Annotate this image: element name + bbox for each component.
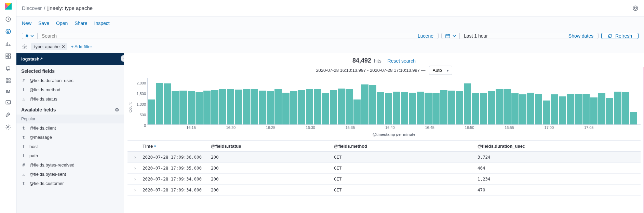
histogram-bar[interactable] bbox=[282, 93, 290, 124]
histogram-bar[interactable] bbox=[440, 90, 447, 124]
histogram-bar[interactable] bbox=[203, 91, 211, 124]
index-pattern-selector[interactable]: logstash-* ‹ bbox=[16, 53, 124, 65]
field-item[interactable]: #@fields.bytes-received bbox=[16, 160, 124, 170]
field-item[interactable]: t@fields.customer bbox=[16, 179, 124, 188]
discover-icon[interactable] bbox=[5, 28, 12, 35]
field-item[interactable]: t@fields.method bbox=[16, 85, 124, 94]
histogram-bar[interactable] bbox=[401, 92, 408, 124]
kibana-logo[interactable] bbox=[4, 2, 12, 10]
histogram-bar[interactable] bbox=[298, 90, 305, 124]
field-item[interactable]: #@fields.duration_usec bbox=[16, 76, 124, 85]
histogram-bar[interactable] bbox=[535, 94, 542, 124]
table-row[interactable]: ›2020-07-28 17:09:34.000200GET1,234 bbox=[128, 174, 641, 185]
query-language-button[interactable]: Lucene bbox=[413, 33, 438, 39]
histogram-bar[interactable] bbox=[472, 93, 479, 124]
stack-icon[interactable] bbox=[5, 111, 12, 118]
col-method[interactable]: @fields.method bbox=[331, 144, 475, 149]
histogram-bar[interactable] bbox=[393, 92, 400, 124]
expand-row-icon[interactable]: › bbox=[134, 155, 136, 160]
close-icon[interactable]: ✕ bbox=[62, 44, 65, 49]
table-row[interactable]: ›2020-07-28 17:09:35.000200GET464 bbox=[128, 163, 641, 174]
histogram-bar[interactable] bbox=[235, 90, 242, 124]
inspect-link[interactable]: Inspect bbox=[94, 21, 110, 26]
histogram-bar[interactable] bbox=[456, 91, 463, 124]
histogram-bar[interactable] bbox=[551, 94, 558, 124]
histogram-bar[interactable] bbox=[614, 92, 621, 124]
histogram-bar[interactable] bbox=[480, 93, 487, 124]
histogram-bar[interactable] bbox=[590, 97, 598, 124]
gear-icon[interactable]: ⚙ bbox=[115, 107, 119, 112]
field-item[interactable]: tpath bbox=[16, 151, 124, 160]
expand-row-icon[interactable]: › bbox=[134, 187, 136, 192]
breadcrumb-root[interactable]: Discover bbox=[22, 5, 42, 11]
histogram-bar[interactable] bbox=[511, 93, 519, 124]
histogram-bar[interactable] bbox=[504, 89, 511, 124]
field-item[interactable]: t@fields.client bbox=[16, 123, 124, 133]
histogram-bar[interactable] bbox=[385, 93, 392, 124]
save-link[interactable]: Save bbox=[38, 21, 49, 26]
histogram-bar[interactable] bbox=[488, 91, 495, 124]
dashboard-icon[interactable] bbox=[5, 53, 12, 59]
col-time[interactable]: Time▾ bbox=[140, 144, 208, 149]
histogram-bar[interactable] bbox=[188, 91, 195, 124]
maps-icon[interactable] bbox=[5, 77, 12, 84]
field-item[interactable]: t@message bbox=[16, 133, 124, 142]
histogram-bar[interactable] bbox=[172, 91, 179, 124]
table-row[interactable]: ›2020-07-28 17:09:34.000200GET470 bbox=[128, 185, 641, 196]
histogram-bar[interactable] bbox=[306, 89, 313, 124]
histogram-bar[interactable] bbox=[259, 91, 266, 124]
histogram-bar[interactable] bbox=[361, 84, 368, 124]
refresh-button[interactable]: Refresh bbox=[601, 33, 639, 39]
histogram-bar[interactable] bbox=[377, 92, 384, 124]
histogram-chart[interactable]: Count 2,0001,5001,0005000 16:1516:2016:2… bbox=[128, 78, 641, 136]
histogram-bar[interactable] bbox=[353, 99, 361, 124]
show-dates-button[interactable]: Show dates bbox=[564, 33, 598, 39]
expand-row-icon[interactable]: › bbox=[134, 165, 136, 171]
histogram-bar[interactable] bbox=[330, 90, 337, 124]
newsfeed-icon[interactable] bbox=[632, 5, 639, 11]
histogram-bar[interactable] bbox=[448, 91, 455, 124]
add-filter-button[interactable]: + Add filter bbox=[71, 44, 92, 49]
open-link[interactable]: Open bbox=[56, 21, 68, 26]
query-language-prefix[interactable]: # bbox=[22, 33, 38, 39]
histogram-bar[interactable] bbox=[322, 93, 329, 124]
histogram-bar[interactable] bbox=[243, 89, 250, 124]
search-input[interactable] bbox=[38, 33, 413, 39]
date-range-text[interactable]: Last 1 hour bbox=[460, 33, 564, 39]
management-icon[interactable] bbox=[5, 124, 12, 131]
histogram-bar[interactable] bbox=[251, 89, 258, 124]
histogram-bar[interactable] bbox=[543, 101, 550, 124]
histogram-bar[interactable] bbox=[606, 98, 613, 124]
histogram-bar[interactable] bbox=[369, 85, 376, 124]
visualize-icon[interactable] bbox=[5, 40, 12, 47]
histogram-bar[interactable] bbox=[267, 91, 274, 124]
histogram-bar[interactable] bbox=[425, 93, 432, 124]
histogram-bar[interactable] bbox=[598, 93, 605, 124]
histogram-bar[interactable] bbox=[196, 92, 203, 125]
histogram-bar[interactable] bbox=[582, 94, 590, 124]
table-row[interactable]: ›2020-07-28 17:09:36.000200GET3,724 bbox=[128, 152, 641, 163]
histogram-bar[interactable] bbox=[559, 96, 566, 124]
histogram-bar[interactable] bbox=[227, 89, 234, 124]
histogram-bar[interactable] bbox=[567, 94, 574, 124]
histogram-bar[interactable] bbox=[622, 92, 629, 125]
filter-pill[interactable]: type: apache ✕ bbox=[31, 43, 67, 50]
histogram-bar[interactable] bbox=[219, 89, 226, 124]
histogram-bar[interactable] bbox=[464, 83, 471, 124]
recent-icon[interactable] bbox=[5, 16, 12, 23]
histogram-bar[interactable] bbox=[346, 89, 353, 124]
histogram-bar[interactable] bbox=[211, 90, 218, 124]
histogram-bar[interactable] bbox=[156, 83, 163, 125]
histogram-bar[interactable] bbox=[274, 89, 282, 124]
histogram-bar[interactable] bbox=[314, 89, 321, 124]
histogram-bar[interactable] bbox=[338, 89, 345, 124]
histogram-bar[interactable] bbox=[417, 92, 424, 124]
interval-select[interactable]: Auto bbox=[429, 66, 452, 75]
histogram-bar[interactable] bbox=[575, 94, 582, 124]
field-item[interactable]: thost bbox=[16, 142, 124, 151]
collapse-sidebar-icon[interactable]: ‹ bbox=[121, 55, 124, 62]
histogram-bar[interactable] bbox=[432, 93, 440, 124]
histogram-bar[interactable] bbox=[527, 93, 534, 124]
histogram-bar[interactable] bbox=[519, 94, 526, 124]
histogram-bar[interactable] bbox=[148, 99, 155, 124]
